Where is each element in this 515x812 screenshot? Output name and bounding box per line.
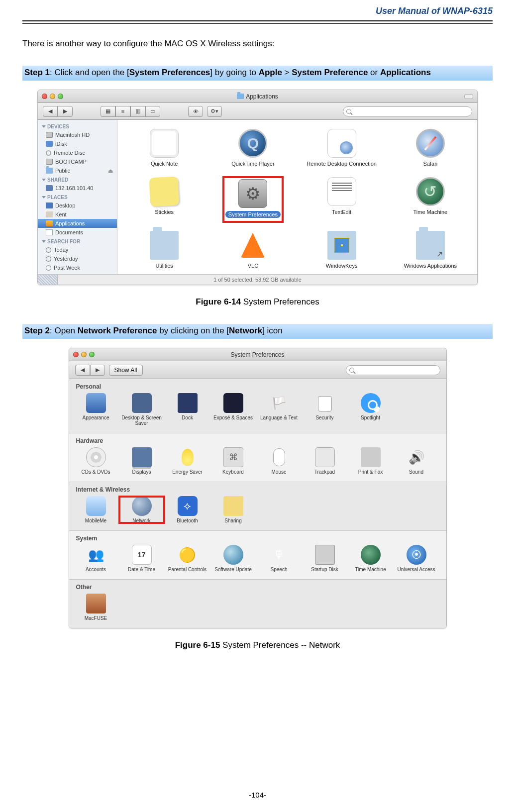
quicknote-icon <box>150 129 179 158</box>
utilities-folder-icon <box>150 231 179 260</box>
pref-macfuse[interactable]: MacFUSE <box>73 594 119 621</box>
icon-view-button[interactable]: ▦ <box>101 106 115 117</box>
pref-mobileme[interactable]: MobileMe <box>73 496 119 523</box>
back-button[interactable]: ◀ <box>75 365 90 376</box>
sysprefs-toolbar: ◀ ▶ Show All <box>69 361 446 379</box>
folder-icon <box>46 168 53 174</box>
network-icon <box>46 185 53 191</box>
sidebar-item-idisk[interactable]: iDisk <box>38 139 117 148</box>
pref-sharing[interactable]: Sharing <box>210 496 256 523</box>
pref-startup-disk[interactable]: Startup Disk <box>302 545 348 572</box>
accounts-icon <box>86 545 106 565</box>
nav-buttons[interactable]: ◀ ▶ <box>43 106 73 117</box>
app-quicktime[interactable]: QuickTime Player <box>231 129 274 168</box>
pref-datetime[interactable]: Date & Time <box>119 545 165 572</box>
page-number: -104- <box>0 791 515 799</box>
sidebar-item-bootcamp[interactable]: BOOTCAMP <box>38 157 117 166</box>
column-view-button[interactable]: ▥ <box>130 106 145 117</box>
app-windows-applications[interactable]: Windows Applications <box>404 231 457 270</box>
pref-security[interactable]: Security <box>302 393 348 426</box>
cd-icon <box>86 447 106 467</box>
section-other: Other MacFUSE <box>69 580 446 628</box>
sidebar-item-today[interactable]: Today <box>38 245 117 254</box>
pref-desktop[interactable]: Desktop & Screen Saver <box>119 393 165 426</box>
pref-dock[interactable]: Dock <box>165 393 210 426</box>
pref-language[interactable]: Language & Text <box>256 393 302 426</box>
search-field[interactable] <box>343 106 472 116</box>
dock-icon <box>178 393 198 413</box>
pref-energy[interactable]: Energy Saver <box>165 447 210 475</box>
sidebar-item-home[interactable]: Kent <box>38 210 117 219</box>
sidebar-item-remote-disc[interactable]: Remote Disc <box>38 148 117 157</box>
action-button[interactable]: ⚙▾ <box>207 106 222 117</box>
sidebar-item-applications[interactable]: Applications <box>38 219 117 228</box>
keyboard-icon <box>223 447 243 467</box>
mouse-icon <box>269 447 289 467</box>
forward-button[interactable]: ▶ <box>90 365 105 376</box>
pref-trackpad[interactable]: Trackpad <box>302 447 348 475</box>
list-view-button[interactable]: ≡ <box>115 106 130 117</box>
clock-icon <box>46 265 51 271</box>
search-input[interactable] <box>353 108 469 114</box>
app-remote-desktop[interactable]: Remote Desktop Connection <box>307 129 377 168</box>
pref-accounts[interactable]: Accounts <box>73 545 119 572</box>
pref-time-machine[interactable]: Time Machine <box>348 545 394 572</box>
appearance-icon <box>86 393 106 413</box>
pref-mouse[interactable]: Mouse <box>256 447 302 475</box>
back-button[interactable]: ◀ <box>43 106 58 117</box>
icon-grid: Quick Note QuickTime Player Remote Deskt… <box>117 120 477 274</box>
search-icon <box>346 109 351 114</box>
sidebar-item-yesterday[interactable]: Yesterday <box>38 254 117 263</box>
rule-sub <box>22 23 493 24</box>
app-windowkeys[interactable]: WindowKeys <box>326 231 358 270</box>
app-stickies[interactable]: Stickies <box>150 177 179 221</box>
app-quick-note[interactable]: Quick Note <box>150 129 179 168</box>
section-internet: Internet & Wireless MobileMe Network Blu… <box>69 482 446 531</box>
pref-network[interactable]: Network <box>119 496 165 523</box>
sidebar-heading-devices: DEVICES <box>38 122 117 130</box>
pref-cds[interactable]: CDs & DVDs <box>73 447 119 475</box>
pref-bluetooth[interactable]: Bluetooth <box>165 496 210 523</box>
section-label: Other <box>69 583 446 594</box>
sidebar-heading-shared: SHARED <box>38 175 117 184</box>
coverflow-view-button[interactable]: ▭ <box>145 106 160 117</box>
pref-appearance[interactable]: Appearance <box>73 393 119 426</box>
pref-sound[interactable]: Sound <box>394 447 439 475</box>
nav-buttons[interactable]: ◀ ▶ <box>75 365 105 376</box>
pref-expose[interactable]: Exposé & Spaces <box>210 393 256 426</box>
pref-parental[interactable]: Parental Controls <box>165 545 210 572</box>
forward-button[interactable]: ▶ <box>58 106 73 117</box>
pref-displays[interactable]: Displays <box>119 447 165 475</box>
disc-icon <box>46 150 51 156</box>
app-time-machine[interactable]: Time Machine <box>413 177 448 221</box>
app-utilities[interactable]: Utilities <box>150 231 179 270</box>
sidebar-item-shared-host[interactable]: 132.168.101.40 <box>38 184 117 193</box>
pref-speech[interactable]: Speech <box>256 545 302 572</box>
step1-bar: Step 1: Click and open the [System Prefe… <box>22 66 493 81</box>
universal-access-icon <box>407 545 426 565</box>
sidebar-item-documents[interactable]: Documents <box>38 228 117 237</box>
pref-spotlight[interactable]: Spotlight <box>348 393 394 426</box>
search-field[interactable] <box>346 365 440 375</box>
pref-print[interactable]: Print & Fax <box>348 447 394 475</box>
pref-universal-access[interactable]: Universal Access <box>394 545 439 572</box>
pref-keyboard[interactable]: Keyboard <box>210 447 256 475</box>
pref-software-update[interactable]: Software Update <box>210 545 256 572</box>
eject-icon[interactable]: ⏏ <box>108 168 113 174</box>
hd-icon <box>46 132 53 138</box>
quicklook-button[interactable]: 👁 <box>188 106 203 117</box>
app-vlc[interactable]: VLC <box>238 231 267 270</box>
sidebar-item-public[interactable]: Public⏏ <box>38 166 117 175</box>
titlebar: System Preferences <box>69 348 446 361</box>
finder-sidebar: DEVICES Macintosh HD iDisk Remote Disc B… <box>38 120 117 274</box>
desktop-icon <box>46 203 53 208</box>
show-all-button[interactable]: Show All <box>109 365 143 376</box>
sharing-icon <box>223 496 243 516</box>
sidebar-item-desktop[interactable]: Desktop <box>38 201 117 210</box>
sidebar-item-macintosh-hd[interactable]: Macintosh HD <box>38 130 117 139</box>
view-buttons[interactable]: ▦ ≡ ▥ ▭ <box>101 106 160 117</box>
app-textedit[interactable]: TextEdit <box>327 177 356 221</box>
app-safari[interactable]: Safari <box>416 129 445 168</box>
app-system-preferences[interactable]: System Preferences <box>223 177 283 221</box>
sidebar-item-past-week[interactable]: Past Week <box>38 263 117 272</box>
